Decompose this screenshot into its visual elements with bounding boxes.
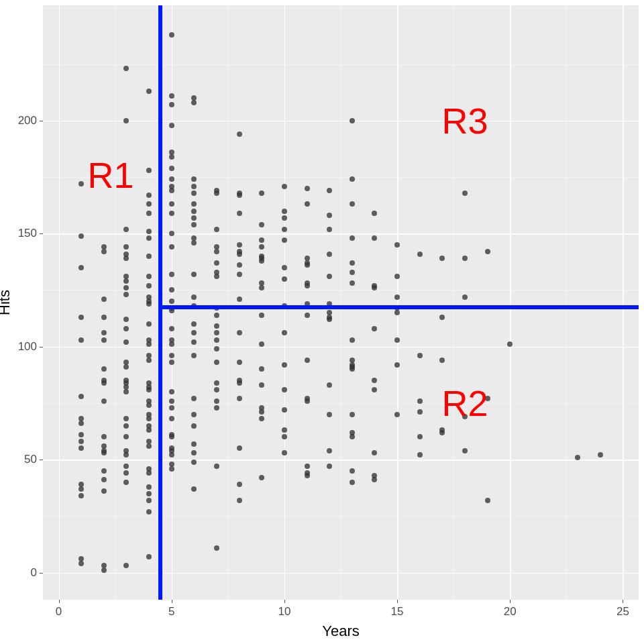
data-point [191, 450, 197, 455]
data-point [259, 256, 264, 261]
data-point [146, 387, 152, 392]
data-point [259, 237, 264, 243]
data-point [214, 330, 219, 335]
data-point [305, 256, 310, 261]
y-tick-label: 50 [0, 453, 37, 466]
data-point [237, 380, 242, 386]
data-point [350, 364, 355, 370]
data-point [78, 416, 84, 421]
data-point [439, 315, 445, 320]
data-point [350, 280, 355, 286]
data-point [123, 256, 129, 261]
data-point [350, 260, 355, 266]
data-point [123, 66, 129, 71]
data-point [327, 315, 332, 320]
data-point [191, 191, 197, 196]
data-point [146, 301, 152, 307]
data-point [372, 387, 377, 392]
data-point [372, 283, 377, 288]
data-point [237, 193, 242, 198]
data-point [327, 317, 332, 322]
data-point [191, 321, 197, 327]
data-point [214, 249, 219, 254]
data-point [350, 434, 355, 439]
data-point [191, 240, 197, 246]
data-point [78, 445, 84, 451]
vertical-split-line [158, 5, 162, 600]
data-point [191, 441, 197, 447]
data-point [101, 488, 107, 494]
data-point [78, 561, 84, 566]
data-point [350, 468, 355, 474]
data-point [237, 249, 242, 254]
data-point [123, 317, 129, 322]
data-point [123, 292, 129, 297]
data-point [101, 448, 107, 453]
data-point [214, 270, 219, 275]
data-point [462, 256, 468, 261]
data-point [101, 366, 107, 372]
data-point [214, 380, 219, 386]
x-tick-label: 10 [278, 605, 290, 619]
data-point [123, 227, 129, 232]
data-point [350, 235, 355, 241]
data-point [327, 382, 332, 388]
data-point [327, 274, 332, 279]
data-point [417, 353, 423, 358]
data-point [101, 337, 107, 343]
data-point [146, 337, 152, 343]
data-point [78, 493, 84, 498]
data-point [146, 274, 152, 279]
data-point [123, 339, 129, 345]
data-point [101, 434, 107, 439]
data-point [214, 387, 219, 392]
data-point [350, 430, 355, 435]
data-point [146, 168, 152, 173]
data-point [191, 235, 197, 241]
data-point [123, 360, 129, 365]
data-point [237, 297, 242, 302]
data-point [305, 283, 310, 288]
region-label-r2: R2 [441, 382, 488, 424]
data-point [598, 452, 603, 458]
data-point [214, 188, 219, 193]
data-point [259, 409, 264, 415]
x-axis-label: Years [43, 623, 639, 640]
data-point [123, 274, 129, 279]
data-point [237, 242, 242, 248]
data-point [78, 421, 84, 426]
y-axis-label: Hits [0, 5, 12, 600]
data-point [350, 337, 355, 343]
data-point [146, 321, 152, 327]
data-point [214, 227, 219, 232]
data-point [259, 244, 264, 250]
data-point [78, 337, 84, 343]
data-point [259, 416, 264, 421]
data-point [214, 260, 219, 266]
data-point [305, 262, 310, 268]
data-point [123, 464, 129, 469]
data-point [439, 430, 445, 435]
x-tick-label: 20 [504, 605, 517, 619]
data-point [237, 378, 242, 383]
data-point [417, 252, 423, 257]
data-point [191, 215, 197, 221]
y-tick-label: 100 [0, 340, 37, 354]
data-point [327, 213, 332, 218]
data-point [305, 358, 310, 363]
data-point [327, 412, 332, 417]
data-point [305, 464, 310, 469]
data-point [191, 201, 197, 207]
plot-panel: R1R2R3 [43, 5, 639, 600]
data-point [305, 313, 310, 318]
data-point [123, 416, 129, 421]
data-point [214, 313, 219, 318]
region-label-r1: R1 [87, 154, 133, 196]
data-point [350, 201, 355, 207]
data-point [462, 448, 468, 453]
data-point [259, 313, 264, 318]
data-point [237, 211, 242, 216]
data-point [327, 227, 332, 232]
data-point [372, 378, 377, 383]
data-point [123, 470, 129, 476]
